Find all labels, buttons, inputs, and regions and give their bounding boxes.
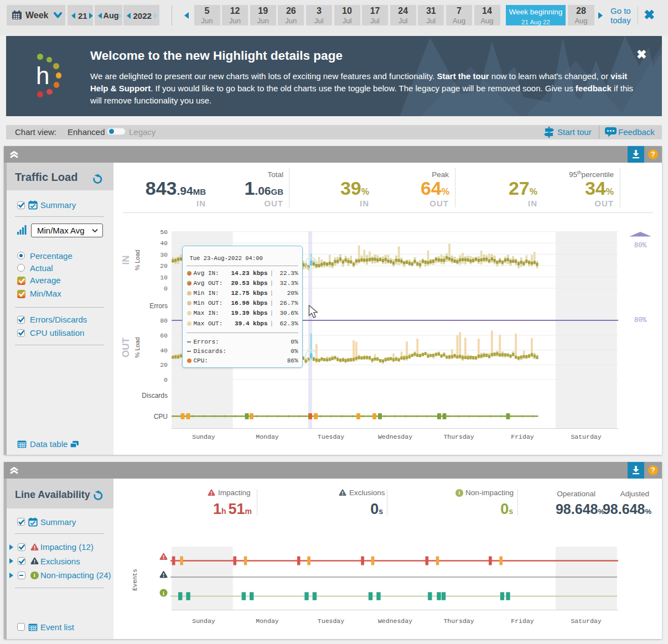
svg-text:% Load: % Load [134,250,141,270]
svg-text:Monday: Monday [256,433,279,440]
svg-text:Saturday: Saturday [571,617,601,625]
svg-text:Friday: Friday [511,433,534,440]
svg-text:Thursday: Thursday [443,617,474,625]
svg-text:0: 0 [164,376,168,383]
svg-text:Wednesday: Wednesday [378,433,412,440]
svg-text:10: 10 [160,274,168,281]
svg-text:Sunday: Sunday [192,617,215,625]
svg-text:Saturday: Saturday [571,433,601,440]
svg-text:CPU: CPU [154,413,168,420]
svg-text:0: 0 [164,285,168,292]
svg-text:Monday: Monday [256,617,279,625]
svg-text:80: 80 [160,317,168,324]
svg-text:i: i [163,590,164,596]
svg-text:50: 50 [160,228,168,236]
svg-text:40: 40 [160,240,168,247]
svg-text:30: 30 [160,251,168,258]
svg-text:20: 20 [160,361,168,368]
svg-text:IN: IN [121,256,131,265]
svg-text:% Load: % Load [134,337,141,357]
svg-text:Discards: Discards [142,392,168,399]
svg-text:Errors: Errors [149,302,168,310]
svg-text:60: 60 [160,332,168,339]
svg-text:Thursday: Thursday [443,433,474,440]
svg-text:80%: 80% [634,316,647,324]
svg-text:Events: Events [132,569,138,591]
svg-text:Sunday: Sunday [192,433,215,440]
svg-text:OUT: OUT [121,337,131,357]
svg-text:80%: 80% [634,242,647,250]
svg-text:40: 40 [160,347,168,354]
svg-text:20: 20 [160,262,168,269]
svg-text:Wednesday: Wednesday [378,617,412,625]
svg-text:Tuesday: Tuesday [318,433,344,440]
svg-text:Tuesday: Tuesday [318,617,344,625]
svg-text:Friday: Friday [511,617,534,625]
